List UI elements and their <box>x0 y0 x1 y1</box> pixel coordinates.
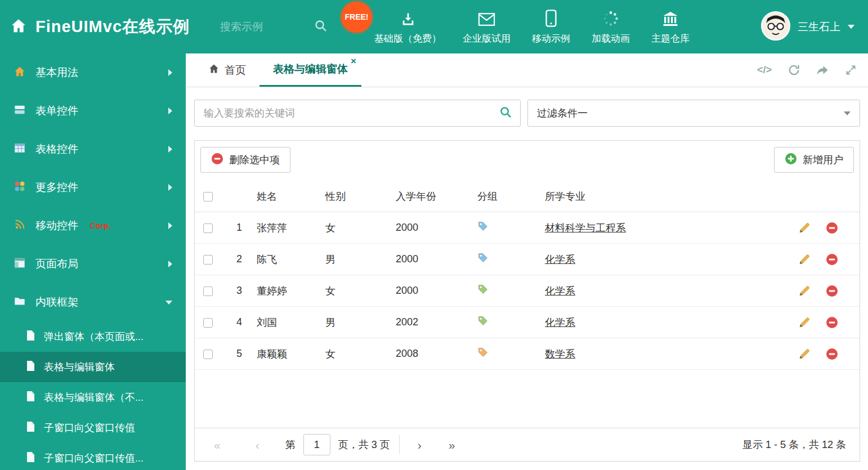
sidebar-item-mobile-controls[interactable]: 移动控件 Corp. <box>0 207 186 245</box>
tab-home[interactable]: 首页 <box>195 53 259 87</box>
edit-pencil-icon[interactable] <box>798 253 811 266</box>
nav-item-basic-edition[interactable]: FREE! 基础版（免费） <box>364 9 452 45</box>
chevron-right-icon <box>168 146 172 153</box>
tag-icon[interactable] <box>477 317 489 329</box>
row-checkbox[interactable] <box>203 350 213 359</box>
sidebar-item-page-layout[interactable]: 页面布局 <box>0 245 186 283</box>
fullscreen-icon[interactable] <box>845 64 857 76</box>
app-logo[interactable]: FineUIMvc在线示例 <box>10 16 190 38</box>
delete-minus-icon[interactable] <box>826 285 838 297</box>
nav-item-theme-store[interactable]: 主题仓库 <box>641 9 700 45</box>
nav-item-loading-animation[interactable]: 加载动画 <box>581 9 641 45</box>
user-menu[interactable]: 三生石上 <box>761 11 854 43</box>
close-icon[interactable]: × <box>351 56 356 66</box>
tag-icon[interactable] <box>477 254 489 266</box>
prev-page-button[interactable]: ‹ <box>256 439 259 451</box>
chevron-right-icon <box>168 222 172 229</box>
sidebar-menu: 基本用法 表单控件 表格控件 更多控件 移动控件 Corp. 页面布局 <box>0 53 186 470</box>
sidebar-subitem-label: 表格与编辑窗体 <box>44 360 115 374</box>
filter-dropdown[interactable]: 过滤条件一 <box>527 100 860 127</box>
layout-icon <box>14 257 26 272</box>
column-header-major: 所学专业 <box>536 181 789 212</box>
cell-gender: 女 <box>316 275 387 307</box>
sidebar-item-label: 移动控件 <box>35 218 78 233</box>
home-icon <box>14 65 26 80</box>
major-link[interactable]: 化学系 <box>545 285 575 297</box>
mobile-icon <box>545 9 557 27</box>
delete-minus-icon[interactable] <box>826 348 838 360</box>
tag-icon[interactable] <box>477 349 489 360</box>
row-checkbox[interactable] <box>203 255 213 265</box>
grid-toolbar: 删除选中项 新增用户 <box>195 141 860 173</box>
edit-pencil-icon[interactable] <box>798 222 811 234</box>
chevron-right-icon <box>168 184 172 191</box>
table-row: 3 董婷婷 女 2000 化学系 <box>195 275 860 307</box>
sidebar-item-grid-controls[interactable]: 表格控件 <box>0 130 186 168</box>
refresh-icon[interactable] <box>788 64 800 77</box>
sidebar-subitem-label: 子窗口向父窗口传值 <box>44 421 135 435</box>
sidebar-item-form-controls[interactable]: 表单控件 <box>0 92 186 130</box>
search-icon[interactable] <box>499 106 512 121</box>
sidebar-item-inline-frame[interactable]: 内联框架 <box>0 283 186 321</box>
row-checkbox[interactable] <box>203 287 213 296</box>
file-icon <box>26 360 35 374</box>
sidebar-subitem-child-to-parent-2[interactable]: 子窗口向父窗口传值... <box>0 443 186 470</box>
delete-minus-icon[interactable] <box>826 316 838 329</box>
chevron-right-icon <box>168 261 172 267</box>
major-link[interactable]: 化学系 <box>545 317 575 328</box>
sidebar-item-more-controls[interactable]: 更多控件 <box>0 168 186 207</box>
column-header-group: 分组 <box>468 181 536 212</box>
nav-item-mobile-demo[interactable]: 移动示例 <box>521 9 581 45</box>
column-header-gender: 性别 <box>316 181 387 212</box>
row-checkbox[interactable] <box>203 223 213 233</box>
add-user-button[interactable]: 新增用户 <box>774 147 854 173</box>
row-number: 1 <box>221 212 248 244</box>
edit-pencil-icon[interactable] <box>798 285 811 297</box>
cell-major: 化学系 <box>536 275 789 307</box>
keyword-search-box <box>194 100 521 127</box>
chevron-down-icon <box>848 25 854 29</box>
cell-group <box>468 212 536 244</box>
delete-selected-button[interactable]: 删除选中项 <box>200 147 290 173</box>
filter-row: 过滤条件一 <box>194 100 860 127</box>
cell-name: 张萍萍 <box>248 212 316 244</box>
major-link[interactable]: 材料科学与工程系 <box>545 222 626 234</box>
source-code-icon[interactable]: </> <box>757 64 772 76</box>
first-page-button[interactable]: « <box>214 439 221 451</box>
sidebar-item-label: 更多控件 <box>35 180 78 195</box>
next-page-button[interactable]: › <box>418 439 422 451</box>
major-link[interactable]: 数学系 <box>545 348 575 360</box>
tab-grid-edit-window[interactable]: 表格与编辑窗体 × <box>259 53 361 87</box>
sidebar-subitem-grid-edit-window-2[interactable]: 表格与编辑窗体（不... <box>0 382 186 413</box>
delete-selected-label: 删除选中项 <box>229 153 280 167</box>
cell-gender: 女 <box>316 212 387 244</box>
select-all-checkbox[interactable] <box>203 192 213 202</box>
sidebar-subitem-grid-edit-window[interactable]: 表格与编辑窗体 <box>0 352 186 382</box>
row-checkbox[interactable] <box>203 318 213 328</box>
edit-pencil-icon[interactable] <box>798 316 811 329</box>
sidebar-subitem-popup-window[interactable]: 弹出窗体（本页面或... <box>0 321 186 352</box>
sidebar-item-basic-usage[interactable]: 基本用法 <box>0 53 186 92</box>
cell-name: 董婷婷 <box>248 275 316 307</box>
edit-pencil-icon[interactable] <box>798 348 811 360</box>
delete-minus-icon[interactable] <box>826 222 838 234</box>
tab-label: 表格与编辑窗体 <box>273 62 348 77</box>
tag-icon[interactable] <box>477 223 489 234</box>
nav-item-enterprise-trial[interactable]: 企业版试用 <box>452 9 521 45</box>
tag-icon[interactable] <box>477 286 489 297</box>
share-icon[interactable] <box>816 64 829 77</box>
cell-group <box>468 275 536 307</box>
keyword-search-input[interactable] <box>203 107 499 120</box>
page-number-input[interactable] <box>303 434 330 455</box>
cell-year: 2002 <box>387 307 468 338</box>
header-search-input[interactable] <box>219 20 314 34</box>
users-table: 姓名 性别 入学年份 分组 所学专业 1 张萍萍 <box>195 181 860 370</box>
row-number: 5 <box>221 338 248 370</box>
search-icon[interactable] <box>314 19 328 35</box>
sidebar-subitem-child-to-parent[interactable]: 子窗口向父窗口传值 <box>0 413 186 443</box>
major-link[interactable]: 化学系 <box>545 254 575 265</box>
delete-minus-icon[interactable] <box>826 253 838 266</box>
cell-year: 2000 <box>387 244 468 275</box>
cell-year: 2008 <box>387 338 468 370</box>
last-page-button[interactable]: » <box>449 439 455 451</box>
